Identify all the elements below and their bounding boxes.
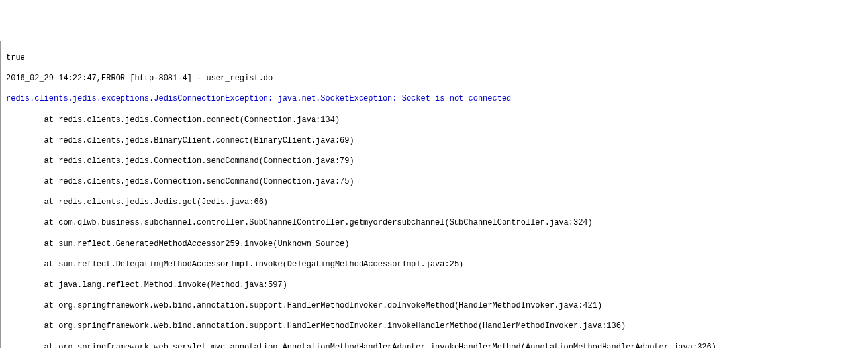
- log-stack-line: at com.qlwb.business.subchannel.controll…: [6, 218, 863, 229]
- log-stack-line: at redis.clients.jedis.Connection.sendCo…: [6, 177, 863, 188]
- log-stack-line: at redis.clients.jedis.BinaryClient.conn…: [6, 136, 863, 146]
- log-stack-line: at sun.reflect.GeneratedMethodAccessor25…: [6, 239, 863, 250]
- log-line-header: 2016_02_29 14:22:47,ERROR [http-8081-4] …: [6, 74, 863, 84]
- log-stack-line: at org.springframework.web.bind.annotati…: [6, 301, 863, 312]
- log-stack-line: at redis.clients.jedis.Connection.connec…: [6, 115, 863, 126]
- log-exception-line: redis.clients.jedis.exceptions.JedisConn…: [6, 94, 863, 105]
- log-stack-line: at redis.clients.jedis.Jedis.get(Jedis.j…: [6, 198, 863, 208]
- log-stack-line: at org.springframework.web.bind.annotati…: [6, 321, 863, 332]
- log-stack-line: at redis.clients.jedis.Connection.sendCo…: [6, 156, 863, 167]
- log-stack-line: at java.lang.reflect.Method.invoke(Metho…: [6, 280, 863, 291]
- log-line: true: [6, 53, 863, 64]
- log-stack-line: at org.springframework.web.servlet.mvc.a…: [6, 343, 863, 348]
- log-output: true 2016_02_29 14:22:47,ERROR [http-808…: [0, 41, 868, 348]
- log-stack-line: at sun.reflect.DelegatingMethodAccessorI…: [6, 260, 863, 270]
